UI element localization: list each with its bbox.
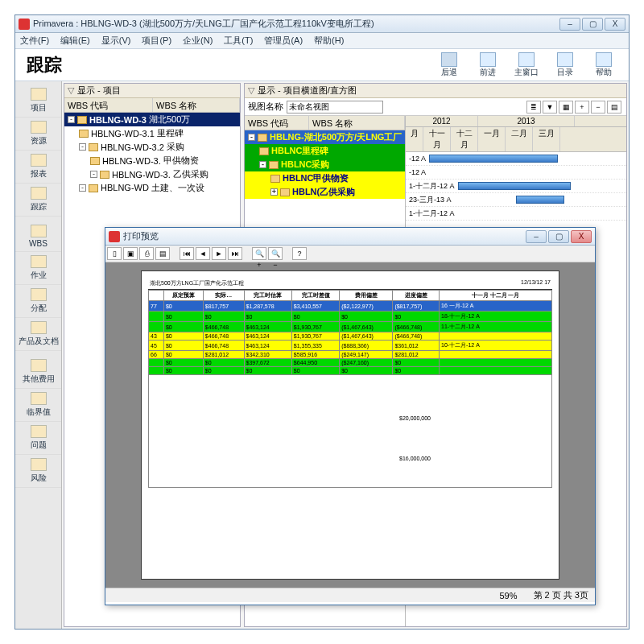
view-label: 视图名称: [248, 101, 283, 113]
zoom-level: 59%: [500, 591, 518, 601]
main-titlebar[interactable]: Primavera : HBLNG-WD-3 (湖北500万方/天LNG工厂国产…: [15, 15, 629, 33]
vbtn-wp[interactable]: 产品及文档: [15, 318, 61, 351]
funnel-icon[interactable]: ▼: [543, 101, 557, 114]
prev-page-icon[interactable]: ◄: [196, 247, 210, 260]
menubar: 文件(F) 编辑(E) 显示(V) 项目(P) 企业(N) 工具(T) 管理员(…: [15, 33, 629, 49]
page-title: 跟踪: [15, 53, 432, 77]
back-button[interactable]: 后退: [432, 52, 466, 78]
app-icon: [19, 19, 30, 30]
next-page-icon[interactable]: ►: [212, 247, 226, 260]
zoom-out-icon[interactable]: −: [591, 101, 605, 114]
menu-file[interactable]: 文件(F): [20, 35, 49, 47]
home-button[interactable]: 主窗口: [510, 52, 543, 78]
menu-tools[interactable]: 工具(T): [224, 35, 253, 47]
menu-admin[interactable]: 管理员(A): [264, 35, 303, 47]
zoomin-icon[interactable]: 🔍+: [252, 247, 266, 260]
vbtn-tracking[interactable]: 跟踪: [15, 184, 61, 217]
chart-icon[interactable]: ▤: [607, 101, 621, 114]
vbtn-expenses[interactable]: 其他费用: [15, 356, 61, 389]
vbtn-issues[interactable]: 问题: [15, 422, 61, 455]
toc-button[interactable]: 目录: [548, 52, 582, 78]
vbtn-reports[interactable]: 报表: [15, 151, 61, 184]
zoom-in-icon[interactable]: +: [575, 101, 589, 114]
preview-app-icon: [109, 231, 120, 242]
app-title: Primavera : HBLNG-WD-3 (湖北500万方/天LNG工厂国产…: [33, 18, 559, 30]
wbs-tree[interactable]: -HBLNG-WD-3 湖北500万 HBLNG-WD-3.1 里程碑 -HBL…: [64, 113, 240, 195]
open-icon[interactable]: ▯: [107, 247, 122, 260]
menu-edit[interactable]: 编辑(E): [60, 35, 90, 47]
view-name-input[interactable]: [287, 101, 383, 114]
forward-button[interactable]: 前进: [471, 52, 505, 78]
zoomout-icon[interactable]: 🔍−: [268, 247, 283, 260]
vbtn-risks[interactable]: 风险: [15, 455, 61, 488]
vbtn-thresholds[interactable]: 临界值: [15, 389, 61, 422]
vbtn-wbs[interactable]: WBS: [15, 221, 61, 252]
page-indicator: 第 2 页 共 3页: [534, 589, 588, 601]
left-pane-title: 显示 - 项目: [77, 85, 121, 97]
preview-page: 湖北500万方LNG工厂国产化示范工程12/13/12 17 原定预算实际…完工…: [141, 270, 559, 580]
preview-title: 打印预览: [123, 230, 526, 242]
right-pane-title: 显示 - 项目横道图/直方图: [258, 85, 357, 97]
close-button[interactable]: X: [605, 18, 625, 31]
page-header: 跟踪 后退 前进 主窗口 目录 帮助: [15, 49, 629, 81]
help-button[interactable]: 帮助: [587, 52, 621, 78]
filter-icon[interactable]: ≣: [526, 101, 541, 114]
preview-toolbar: ▯ ▣ ⎙ ▤ ⏮ ◄ ► ⏭ 🔍+ 🔍− ?: [105, 246, 595, 262]
preview-close-button[interactable]: X: [571, 230, 592, 243]
menu-view[interactable]: 显示(V): [101, 35, 131, 47]
save-icon[interactable]: ▣: [123, 247, 138, 260]
vbtn-assignments[interactable]: 分配: [15, 285, 61, 318]
maximize-button[interactable]: ▢: [582, 18, 603, 31]
vbtn-activities[interactable]: 作业: [15, 252, 61, 285]
help-icon[interactable]: ?: [292, 247, 307, 260]
vbtn-resources[interactable]: 资源: [15, 118, 61, 151]
menu-help[interactable]: 帮助(H): [314, 35, 344, 47]
vertical-toolbar: 项目 资源 报表 跟踪 WBS 作业 分配 产品及文档 其他费用 临界值 问题 …: [15, 81, 62, 629]
menu-enterprise[interactable]: 企业(N): [183, 35, 213, 47]
preview-table: 原定预算实际…完工时估算完工时差值费用偏差进度偏差十一月 十二月 一月 77$0…: [148, 290, 552, 375]
first-page-icon[interactable]: ⏮: [180, 247, 194, 260]
preview-minimize-button[interactable]: –: [526, 230, 547, 243]
last-page-icon[interactable]: ⏭: [228, 247, 242, 260]
menu-project[interactable]: 项目(P): [142, 35, 171, 47]
print-icon[interactable]: ⎙: [139, 247, 154, 260]
vbtn-project[interactable]: 项目: [15, 85, 61, 118]
minimize-button[interactable]: –: [559, 18, 580, 31]
table-icon[interactable]: ▦: [559, 101, 573, 114]
setup-icon[interactable]: ▤: [155, 247, 170, 260]
preview-canvas[interactable]: 湖北500万方LNG工厂国产化示范工程12/13/12 17 原定预算实际…完工…: [105, 262, 595, 588]
preview-statusbar: 59% 第 2 页 共 3页: [105, 588, 595, 602]
print-preview-window[interactable]: 打印预览 – ▢ X ▯ ▣ ⎙ ▤ ⏮ ◄ ► ⏭ 🔍+ 🔍− ? 湖北500…: [105, 227, 596, 605]
preview-maximize-button[interactable]: ▢: [548, 230, 569, 243]
